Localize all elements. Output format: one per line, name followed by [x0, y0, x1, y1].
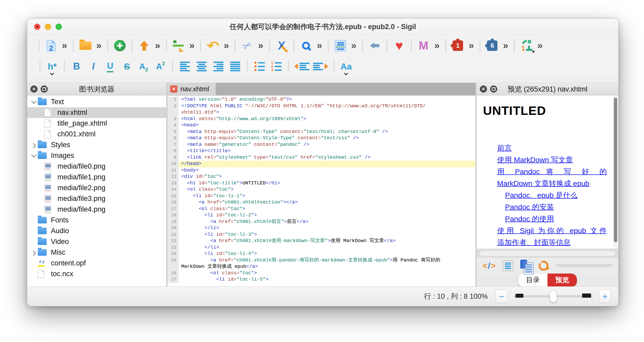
tree-item[interactable]: Misc: [27, 247, 166, 258]
back-button[interactable]: [367, 38, 382, 53]
subscript-button[interactable]: A2: [137, 59, 150, 74]
new-epub2-button[interactable]: 2: [44, 38, 58, 53]
toolbar-overflow-chevron[interactable]: »: [537, 39, 543, 52]
toolbar-overflow-chevron[interactable]: »: [62, 39, 67, 52]
align-right-button[interactable]: [212, 59, 225, 74]
preview-link[interactable]: MarkDown 文章转换成 epub: [497, 178, 607, 189]
split-marker-button[interactable]: [171, 38, 186, 53]
tree-item[interactable]: content.opf: [27, 258, 166, 269]
metadata-editor-button[interactable]: M: [416, 38, 431, 53]
chevron-right-icon[interactable]: [30, 251, 38, 254]
tab-preview[interactable]: 预览: [548, 274, 577, 287]
select-all-button[interactable]: [502, 260, 513, 271]
superscript-button[interactable]: A2: [154, 59, 167, 74]
donate-button[interactable]: ♥: [392, 38, 406, 53]
toolbar-overflow-chevron[interactable]: »: [96, 39, 101, 52]
tree-item[interactable]: Fonts: [27, 215, 166, 226]
italic-button[interactable]: I: [87, 59, 100, 74]
align-center-button[interactable]: [195, 59, 208, 74]
tree-item[interactable]: toc.ncx: [27, 269, 166, 279]
code-line: MarkDown 文章转换成 epub</a>: [168, 264, 475, 270]
save-button[interactable]: [137, 38, 152, 53]
toolbar-overflow-chevron[interactable]: »: [434, 39, 439, 52]
numbered-list-button[interactable]: 123: [270, 59, 283, 74]
float-panel-icon[interactable]: [41, 86, 48, 93]
tree-item[interactable]: Video: [27, 236, 166, 247]
copy-button[interactable]: [520, 260, 532, 272]
tab-toc[interactable]: 目录: [518, 274, 548, 287]
bullet-list-button[interactable]: [253, 59, 266, 74]
preview-scrollbar-thumb[interactable]: [614, 98, 617, 242]
plugin-6-button[interactable]: 6: [485, 38, 500, 53]
preview-link[interactable]: 添加作者、封面等信息: [497, 237, 607, 248]
float-panel-icon[interactable]: [490, 86, 497, 93]
tree-item[interactable]: Text: [27, 97, 166, 107]
toolbar-overflow-chevron[interactable]: »: [224, 39, 229, 52]
chevron-down-icon[interactable]: [30, 154, 38, 158]
tree-item[interactable]: Audio: [27, 226, 166, 236]
close-panel-icon[interactable]: ✕: [30, 86, 37, 93]
code-line-content: <li id="toc-li-4">: [179, 251, 475, 257]
tree-item[interactable]: media/file3.png: [27, 193, 166, 204]
toolbar-overflow-chevron[interactable]: »: [351, 39, 356, 52]
chevron-right-icon[interactable]: [30, 143, 38, 147]
open-file-button[interactable]: [78, 38, 93, 53]
preview-hscrollbar[interactable]: [477, 249, 618, 258]
code-line-content: <div id="toc">: [179, 174, 475, 180]
inspect-code-button[interactable]: </>: [482, 261, 496, 271]
plugin-1-button[interactable]: 1: [450, 38, 465, 53]
tree-item[interactable]: media/file1.png: [27, 172, 166, 183]
toolbar-overflow-chevron[interactable]: »: [503, 39, 508, 52]
tab-nav-xhtml[interactable]: ✕ nav.xhtml: [168, 83, 216, 95]
indent-button[interactable]: [313, 59, 328, 74]
run-plugin-button[interactable]: 1: [519, 38, 534, 53]
heading-style-button[interactable]: h*: [46, 59, 59, 74]
tree-item[interactable]: ch001.xhtml: [27, 129, 166, 140]
tree-item[interactable]: Styles: [27, 140, 166, 150]
refresh-preview-button[interactable]: [539, 261, 549, 271]
zoom-in-button[interactable]: +: [599, 290, 611, 303]
toolbar-overflow-chevron[interactable]: »: [317, 39, 322, 52]
toolbar-overflow-chevron[interactable]: »: [258, 39, 263, 52]
insert-file-button[interactable]: [333, 38, 348, 53]
tree-item[interactable]: Images: [27, 150, 166, 161]
find-replace-button[interactable]: [299, 38, 313, 53]
close-tab-icon[interactable]: ✕: [170, 86, 177, 93]
code-line-content: MarkDown 文章转换成 epub</a>: [179, 264, 475, 270]
preview-link[interactable]: Pandoc、epub 是什么: [497, 189, 607, 201]
tree-item[interactable]: title_page.xhtml: [27, 118, 166, 129]
tree-item[interactable]: media/file4.png: [27, 204, 166, 215]
preview-zoom-slider[interactable]: [556, 264, 613, 267]
zoom-slider-thumb[interactable]: [550, 290, 557, 302]
code-view[interactable]: 1<?xml version="1.0" encoding="UTF-8"?>2…: [168, 95, 475, 286]
bold-button[interactable]: B: [70, 59, 83, 74]
preview-link[interactable]: Pandoc 的使用: [497, 213, 607, 225]
cut-button[interactable]: ✂: [240, 38, 255, 53]
spellcheck-button[interactable]: X: [274, 38, 289, 53]
preview-link[interactable]: 使用 Sigil 为你的 epub 文件: [497, 225, 607, 237]
preview-link[interactable]: 使用 MarkDown 写文章: [497, 154, 607, 166]
outdent-button[interactable]: [294, 59, 309, 74]
tree-item[interactable]: media/file2.png: [27, 183, 166, 193]
preview-link[interactable]: 用 Pandoc 将 写 好 的: [497, 166, 607, 178]
align-justify-button[interactable]: [229, 59, 242, 74]
preview-link[interactable]: Pandoc 的安装: [497, 201, 607, 213]
add-existing-file-button[interactable]: [112, 38, 127, 53]
tree-item[interactable]: nav.xhtml: [27, 107, 166, 118]
zoom-out-button[interactable]: −: [496, 290, 508, 303]
preview-panel: ✕ 预览 (265x291) nav.xhtml UNTITLED 前言使用 M…: [477, 83, 618, 286]
close-panel-icon[interactable]: ✕: [480, 86, 487, 93]
change-case-button[interactable]: Aa: [340, 59, 353, 74]
toolbar-overflow-chevron[interactable]: »: [189, 39, 195, 52]
preview-link[interactable]: 前言: [497, 142, 607, 154]
undo-button[interactable]: ↶: [206, 38, 220, 53]
align-left-button[interactable]: [178, 59, 191, 74]
strikethrough-button[interactable]: S: [120, 59, 133, 74]
tree-item-label: Misc: [51, 248, 66, 256]
tree-item[interactable]: media/file0.png: [27, 161, 166, 172]
underline-button[interactable]: U: [104, 59, 117, 74]
toolbar-overflow-chevron[interactable]: »: [155, 39, 160, 52]
toolbar-overflow-chevron[interactable]: »: [469, 39, 474, 52]
chevron-down-icon[interactable]: [30, 100, 38, 104]
zoom-slider[interactable]: [514, 290, 593, 303]
